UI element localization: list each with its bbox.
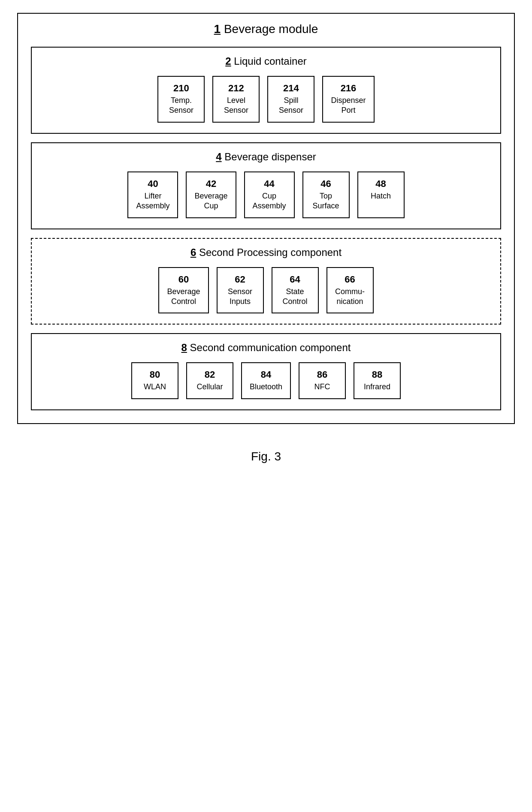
outer-title: 1 Beverage module (214, 22, 318, 36)
section-2-items: 210 Temp.Sensor 212 LevelSensor 214 Spil… (42, 76, 490, 123)
item-44-num: 44 (264, 178, 274, 189)
section-second-communication: 8 Second communication component 80 WLAN… (31, 333, 501, 410)
section-4-items: 40 LifterAssembly 42 BeverageCup 44 CupA… (42, 171, 490, 218)
item-212: 212 LevelSensor (212, 76, 260, 123)
section-beverage-dispenser: 4 Beverage dispenser 40 LifterAssembly 4… (31, 142, 501, 229)
item-82-num: 82 (205, 369, 215, 380)
item-64-label: StateControl (283, 287, 308, 307)
item-60-label: BeverageControl (167, 287, 200, 307)
outer-title-num: 1 (214, 22, 221, 36)
item-212-num: 212 (228, 83, 244, 94)
item-82: 82 Cellular (186, 362, 233, 399)
item-84: 84 Bluetooth (241, 362, 291, 399)
item-48-num: 48 (375, 178, 386, 189)
section-second-processing: 6 Second Processing component 60 Beverag… (31, 238, 501, 325)
item-64-num: 64 (290, 274, 300, 285)
item-84-label: Bluetooth (250, 382, 282, 392)
item-214-num: 214 (283, 83, 299, 94)
item-80: 80 WLAN (131, 362, 178, 399)
item-210: 210 Temp.Sensor (157, 76, 205, 123)
section-2-title: 2 Liquid container (225, 55, 306, 67)
item-40-num: 40 (148, 178, 158, 189)
section-6-items: 60 BeverageControl 62 SensorInputs 64 St… (42, 267, 490, 314)
item-214-label: SpillSensor (279, 96, 303, 116)
item-48: 48 Hatch (357, 171, 405, 218)
item-60: 60 BeverageControl (158, 267, 209, 314)
item-62: 62 SensorInputs (217, 267, 264, 314)
item-64: 64 StateControl (272, 267, 319, 314)
item-80-label: WLAN (144, 382, 166, 392)
item-86-label: NFC (314, 382, 330, 392)
section-2-num: 2 (225, 55, 231, 67)
item-214: 214 SpillSensor (267, 76, 314, 123)
section-4-num: 4 (216, 151, 221, 162)
item-48-label: Hatch (371, 191, 391, 201)
item-46-num: 46 (320, 178, 331, 189)
section-6-text: Second Processing component (199, 247, 342, 258)
item-66-num: 66 (345, 274, 355, 285)
figure-label: Fig. 3 (251, 450, 281, 463)
item-80-num: 80 (150, 369, 160, 380)
item-88-label: Infrared (364, 382, 390, 392)
section-8-num: 8 (181, 342, 187, 353)
item-42: 42 BeverageCup (186, 171, 236, 218)
section-6-num: 6 (190, 247, 196, 258)
item-46-label: TopSurface (313, 191, 339, 211)
item-210-num: 210 (173, 83, 189, 94)
item-216-num: 216 (341, 83, 357, 94)
item-62-label: SensorInputs (228, 287, 252, 307)
section-2-text: Liquid container (234, 55, 306, 67)
item-66-label: Commu-nication (335, 287, 365, 307)
item-40: 40 LifterAssembly (127, 171, 178, 218)
item-212-label: LevelSensor (224, 96, 248, 116)
section-6-title: 6 Second Processing component (190, 247, 342, 259)
item-86-num: 86 (317, 369, 327, 380)
section-8-title: 8 Second communication component (181, 342, 351, 354)
item-60-num: 60 (178, 274, 189, 285)
item-62-num: 62 (235, 274, 245, 285)
item-88-num: 88 (372, 369, 382, 380)
outer-container: 1 Beverage module 2 Liquid container 210… (17, 13, 515, 424)
item-42-num: 42 (206, 178, 216, 189)
item-46: 46 TopSurface (302, 171, 350, 218)
section-8-items: 80 WLAN 82 Cellular 84 Bluetooth 86 NFC … (42, 362, 490, 399)
item-82-label: Cellular (196, 382, 223, 392)
item-44-label: CupAssembly (253, 191, 286, 211)
item-216-label: DispenserPort (331, 96, 366, 116)
outer-title-text: Beverage module (224, 22, 318, 36)
item-88: 88 Infrared (354, 362, 401, 399)
item-86: 86 NFC (299, 362, 346, 399)
item-84-num: 84 (261, 369, 271, 380)
section-8-text: Second communication component (190, 342, 351, 353)
section-4-title: 4 Beverage dispenser (216, 151, 316, 163)
section-liquid-container: 2 Liquid container 210 Temp.Sensor 212 L… (31, 47, 501, 134)
item-42-label: BeverageCup (194, 191, 227, 211)
item-210-label: Temp.Sensor (169, 96, 193, 116)
item-66: 66 Commu-nication (326, 267, 374, 314)
item-216: 216 DispenserPort (322, 76, 374, 123)
section-4-text: Beverage dispenser (224, 151, 316, 162)
item-40-label: LifterAssembly (136, 191, 169, 211)
item-44: 44 CupAssembly (244, 171, 295, 218)
